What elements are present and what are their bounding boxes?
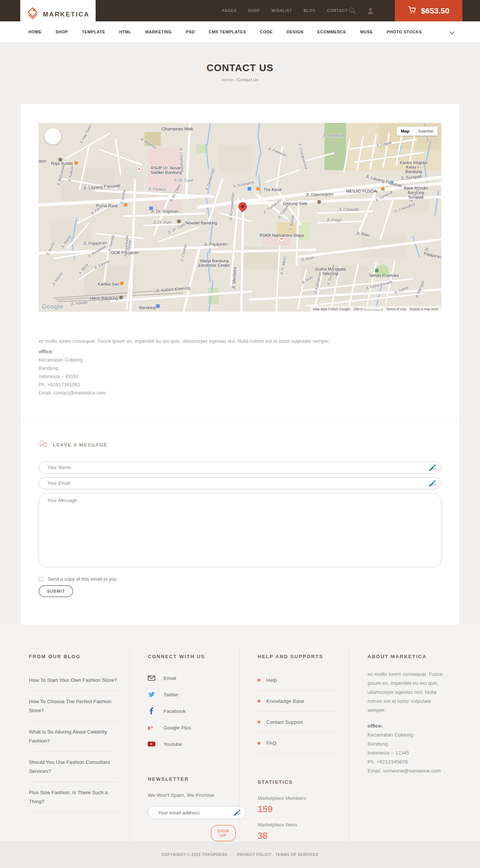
header-nav-item[interactable]: SHOP bbox=[248, 9, 260, 13]
brand-name: MARKETICA bbox=[43, 11, 90, 18]
send-copy-checkbox[interactable] bbox=[39, 577, 43, 581]
category-nav-item[interactable]: PSD bbox=[186, 30, 195, 34]
map-poi-shop-icon bbox=[247, 187, 252, 191]
office-line: Email. contact@marketica.com bbox=[39, 389, 106, 397]
river-line bbox=[258, 137, 262, 156]
office-line: Indonesia – 49182 bbox=[39, 372, 106, 381]
blog-post-link[interactable]: Should You Use Fashion Consultant Servic… bbox=[29, 752, 119, 782]
email-input[interactable] bbox=[39, 477, 441, 489]
help-link[interactable]: Knowladge Base bbox=[258, 691, 339, 712]
breadcrumb-home[interactable]: Home bbox=[222, 78, 233, 82]
map-place-label: RSKB Halmahera Siaga bbox=[260, 233, 304, 238]
footer-help-column: HELP AND SUPPORTS Help Knowladge Base bbox=[239, 648, 349, 856]
map-street-label: Jl. Dr. Rajiman bbox=[150, 209, 178, 214]
blog-post-link[interactable]: How To Start Your Own Fashion Store? bbox=[29, 670, 119, 691]
about-heading: ABOUT MARKETICA bbox=[368, 654, 449, 659]
send-copy-label: Send a copy of this email to you bbox=[48, 576, 117, 582]
header-nav-item[interactable]: CONTACT bbox=[327, 9, 348, 13]
social-label: Youtube bbox=[164, 741, 182, 747]
chat-bubbles-icon bbox=[39, 440, 48, 450]
header-nav-item[interactable]: PAGES bbox=[222, 9, 237, 13]
category-nav-item[interactable]: CODE bbox=[260, 30, 273, 34]
map-place-label: MESJID PUSDAI bbox=[346, 189, 378, 193]
terms-of-use-link[interactable]: Terms of Use bbox=[386, 307, 406, 311]
social-link[interactable]: Twitter bbox=[148, 686, 229, 703]
pan-left-icon[interactable] bbox=[47, 134, 51, 138]
category-nav-item[interactable]: MARKETING bbox=[145, 30, 172, 34]
header-nav-item[interactable]: WISHLIST bbox=[272, 9, 292, 13]
name-input[interactable] bbox=[39, 462, 441, 474]
logo[interactable]: MARKETICA bbox=[20, 0, 96, 29]
pan-right-icon[interactable] bbox=[55, 134, 59, 138]
statistic-label: Marketplace Items bbox=[258, 822, 339, 828]
blog-post-link[interactable]: How To Choose The Perfect Fashion Store? bbox=[29, 691, 119, 722]
cart-icon bbox=[408, 6, 416, 15]
map-street-label: Jl. Diponegoro bbox=[306, 191, 334, 197]
cart-button[interactable]: $653.50 bbox=[395, 0, 462, 21]
chevron-down-icon[interactable] bbox=[450, 29, 454, 36]
category-nav-item[interactable]: HOME bbox=[28, 30, 42, 34]
privacy-policy-link[interactable]: PRIVACY POLICY bbox=[237, 853, 272, 857]
social-link[interactable]: Email bbox=[148, 670, 229, 686]
map-street-label: Jl. Dr. Rum bbox=[153, 220, 171, 225]
square-bullet-icon bbox=[258, 721, 260, 723]
social-label: Facebook bbox=[164, 708, 186, 714]
contact-intro: ec mollis lorem consequat. Fusce ipsum e… bbox=[39, 338, 441, 345]
map-area bbox=[50, 220, 91, 243]
help-link[interactable]: Contact Support bbox=[258, 712, 339, 733]
search-icon[interactable] bbox=[349, 7, 356, 14]
map-type-satellite-button[interactable]: Satellite bbox=[414, 127, 438, 136]
map-street-label: Jl. Merdeka bbox=[231, 267, 237, 289]
category-nav-item[interactable]: TEMPLATE bbox=[82, 30, 105, 34]
map-place-label: The Kiosk bbox=[264, 187, 282, 192]
newsletter-email-input[interactable] bbox=[148, 806, 246, 819]
category-nav-item[interactable]: MUSE bbox=[360, 30, 373, 34]
river-line bbox=[207, 123, 211, 145]
message-textarea[interactable] bbox=[39, 493, 441, 567]
signup-button[interactable]: SIGN UP bbox=[211, 825, 236, 841]
newsletter-heading: NEWSLETTER bbox=[148, 776, 229, 782]
map-scale: 200 m bbox=[354, 307, 382, 311]
google-map[interactable]: Map Satellite Google Map data ©2015 Goog… bbox=[39, 123, 441, 312]
social-label: Twitter bbox=[164, 692, 178, 698]
page-title: CONTACT US bbox=[0, 62, 480, 74]
breadcrumb: Home › Contact Us bbox=[0, 78, 480, 82]
terms-of-services-link[interactable]: TERMS OF SERVICES bbox=[275, 853, 318, 857]
category-nav-item[interactable]: HTML bbox=[119, 30, 132, 34]
map-street-label: Jl. Cimandiri bbox=[339, 208, 359, 212]
report-map-error-link[interactable]: Report a map error bbox=[410, 307, 438, 311]
river-line bbox=[412, 236, 420, 257]
category-nav-item[interactable]: PHOTO STOCKS bbox=[387, 30, 422, 34]
blog-post-link[interactable]: Plus Size Fashion: Is There Such a Thing… bbox=[29, 782, 119, 813]
help-link[interactable]: FAQ bbox=[258, 733, 339, 754]
account-icon[interactable] bbox=[367, 7, 374, 14]
map-area bbox=[219, 145, 252, 172]
map-poi-hotel-icon bbox=[177, 219, 181, 224]
river-line bbox=[255, 155, 260, 177]
map-place-label: Hilton Bandung bbox=[90, 296, 118, 300]
social-link[interactable]: Youtube bbox=[148, 736, 229, 752]
map-street-label: Jl. Hasanudin bbox=[323, 133, 346, 138]
category-nav-item[interactable]: CMS TEMPLATES bbox=[208, 30, 246, 34]
map-road bbox=[95, 233, 144, 239]
river-line bbox=[257, 123, 260, 138]
map-street-label: Jl. Pajajaran bbox=[423, 247, 441, 259]
map-pan-control[interactable] bbox=[45, 128, 61, 145]
map-type-map-button[interactable]: Map bbox=[397, 127, 414, 136]
category-nav-item[interactable]: ECOMMERCE bbox=[317, 30, 346, 34]
office-line: Bandung. bbox=[39, 364, 106, 372]
blog-heading: FROM OUR BLOG bbox=[29, 654, 119, 659]
blog-post-link[interactable]: What is So Alluring About Celebrity Fash… bbox=[29, 722, 119, 752]
pan-down-icon[interactable] bbox=[51, 139, 55, 142]
submit-button[interactable]: SUBMIT bbox=[39, 585, 73, 597]
category-nav-item[interactable]: SHOP bbox=[56, 30, 68, 34]
social-link[interactable]: Facebook bbox=[148, 703, 229, 719]
header-nav: PAGESSHOPWISHLISTBLOGCONTACT bbox=[222, 0, 348, 21]
pan-up-icon[interactable] bbox=[51, 130, 55, 134]
header-nav-item[interactable]: BLOG bbox=[303, 9, 316, 13]
map-street-label: Jl. Pelesiran bbox=[267, 146, 288, 158]
help-link[interactable]: Help bbox=[258, 670, 339, 691]
category-nav-item[interactable]: DESIGN bbox=[286, 30, 303, 34]
social-link[interactable]: Google Plus bbox=[148, 719, 229, 736]
map-street-label: Jl. Kebon Kawung bbox=[155, 285, 190, 293]
